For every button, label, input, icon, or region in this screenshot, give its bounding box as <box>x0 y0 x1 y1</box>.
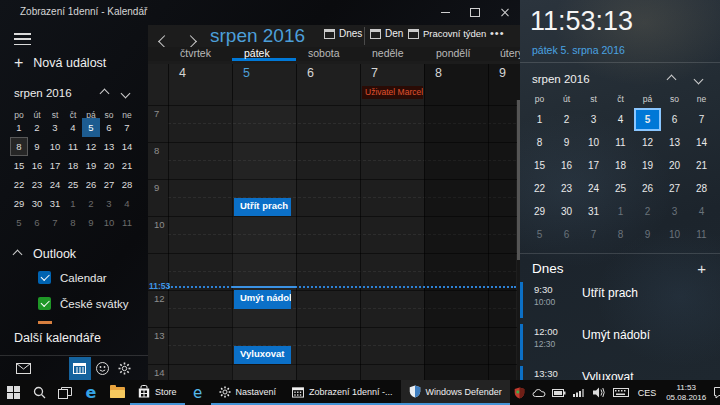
edge-button[interactable] <box>78 380 104 405</box>
mini-calendar-day[interactable]: 2 <box>28 118 46 137</box>
mini-calendar-day[interactable]: 4 <box>64 118 82 137</box>
flyout-calendar-day[interactable]: 7 <box>580 223 607 246</box>
mini-calendar-day[interactable]: 25 <box>64 175 82 194</box>
mini-calendar-day[interactable]: 19 <box>82 156 100 175</box>
mini-calendar-day[interactable]: 4 <box>118 194 136 213</box>
flyout-prev-month-button[interactable] <box>658 70 685 88</box>
agenda-event[interactable]: 12:00 12:30 Umýt nádobí <box>520 324 720 360</box>
agenda-event[interactable]: 9:30 10:00 Utřít prach <box>520 282 720 318</box>
flyout-calendar-day[interactable]: 3 <box>661 200 688 223</box>
flyout-calendar-day[interactable]: 18 <box>607 154 634 177</box>
mini-calendar-day[interactable]: 13 <box>100 137 118 156</box>
taskbar-settings-app[interactable]: Nastavení <box>211 380 285 405</box>
flyout-calendar-day[interactable]: 31 <box>580 200 607 223</box>
titlebar[interactable]: Zobrazení 1denní - Kalendář <box>0 0 520 25</box>
flyout-calendar-day[interactable]: 14 <box>688 131 715 154</box>
flyout-calendar-day[interactable]: 12 <box>634 131 661 154</box>
flyout-calendar-day[interactable]: 9 <box>634 223 661 246</box>
date-cell[interactable]: 6 <box>296 64 360 100</box>
date-cell[interactable]: 7 Uživatel Marcela <box>360 64 424 100</box>
calendar-event[interactable]: Utřít prach <box>234 198 291 217</box>
maximize-button[interactable] <box>460 0 490 25</box>
add-event-button[interactable] <box>693 260 710 277</box>
calendar-nav-button[interactable] <box>69 357 92 380</box>
date-cell[interactable]: 4 <box>168 64 232 100</box>
mini-calendar-day[interactable]: 9 <box>28 137 46 156</box>
all-day-event[interactable]: Uživatel Marcela <box>362 86 423 99</box>
taskbar-calendar-app[interactable]: Zobrazení 1denní -... <box>284 380 401 405</box>
flyout-calendar-day[interactable]: 10 <box>580 131 607 154</box>
mini-calendar-day[interactable]: 8 <box>10 137 28 156</box>
mini-calendar-day[interactable]: 10 <box>46 137 64 156</box>
flyout-calendar-day[interactable]: 25 <box>607 177 634 200</box>
flyout-calendar-day[interactable]: 29 <box>526 200 553 223</box>
flyout-calendar-day[interactable]: 11 <box>607 131 634 154</box>
onedrive-tray-button[interactable] <box>530 380 549 405</box>
mini-calendar-day[interactable]: 22 <box>10 175 28 194</box>
flyout-calendar-day[interactable]: 1 <box>526 108 553 131</box>
flyout-calendar-day[interactable]: 8 <box>607 223 634 246</box>
start-button[interactable] <box>0 380 26 405</box>
mini-calendar-day[interactable]: 7 <box>118 118 136 137</box>
checkbox-checked-icon[interactable] <box>38 297 51 310</box>
flyout-calendar-day[interactable]: 4 <box>607 108 634 131</box>
flyout-calendar-day[interactable]: 1 <box>607 200 634 223</box>
mini-calendar-day[interactable]: 11 <box>64 137 82 156</box>
time-grid[interactable]: 7 8 9 10 12 13 14 <box>148 100 520 380</box>
new-event-button[interactable]: Nová událost <box>14 55 106 71</box>
flyout-calendar-day[interactable]: 22 <box>526 177 553 200</box>
mini-calendar-day[interactable]: 6 <box>28 213 46 232</box>
network-tray-button[interactable] <box>570 380 589 405</box>
flyout-calendar-day[interactable]: 10 <box>661 223 688 246</box>
mini-calendar-day[interactable]: 7 <box>46 213 64 232</box>
minimize-button[interactable] <box>430 0 460 25</box>
mini-calendar-day[interactable]: 11 <box>118 213 136 232</box>
flyout-calendar-day[interactable]: 28 <box>688 177 715 200</box>
flyout-calendar-day[interactable]: 2 <box>634 200 661 223</box>
taskbar-clock[interactable]: 11:53 05.08.2016 <box>662 383 710 403</box>
defender-tray-button[interactable] <box>510 380 529 405</box>
mini-calendar-day[interactable]: 18 <box>64 156 82 175</box>
mini-calendar-day[interactable]: 5 <box>10 213 28 232</box>
day-name[interactable]: pátek <box>232 47 296 61</box>
action-center-button[interactable] <box>711 380 720 405</box>
flyout-calendar-day[interactable]: 13 <box>661 131 688 154</box>
flyout-calendar-day[interactable]: 11 <box>688 223 715 246</box>
flyout-calendar-day[interactable]: 15 <box>526 154 553 177</box>
mini-calendar-day[interactable]: 5 <box>82 118 100 137</box>
today-button[interactable]: Dnes <box>324 28 362 39</box>
flyout-calendar-day[interactable]: 2 <box>553 108 580 131</box>
flyout-calendar-day[interactable]: 5 <box>526 223 553 246</box>
flyout-calendar-day[interactable]: 23 <box>553 177 580 200</box>
mini-calendar-day[interactable]: 3 <box>100 194 118 213</box>
mini-calendar-day[interactable]: 3 <box>46 118 64 137</box>
mini-calendar-day[interactable]: 21 <box>118 156 136 175</box>
mini-calendar-day[interactable]: 27 <box>100 175 118 194</box>
calendar-event[interactable]: Vyluxovat <box>234 346 291 365</box>
flyout-calendar-day[interactable]: 7 <box>688 108 715 131</box>
flyout-calendar-day[interactable]: 3 <box>580 108 607 131</box>
more-options-button[interactable] <box>490 27 505 39</box>
mini-calendar-day[interactable]: 1 <box>64 194 82 213</box>
day-name[interactable]: neděle <box>360 47 424 61</box>
calendar-event[interactable]: Umýt nádobí <box>234 290 291 309</box>
mini-calendar-day[interactable]: 15 <box>10 156 28 175</box>
mini-calendar-day[interactable]: 28 <box>118 175 136 194</box>
mini-calendar-day[interactable]: 9 <box>82 213 100 232</box>
work-week-button[interactable]: Pracovní týden <box>408 28 486 39</box>
day-name[interactable]: čtvrtek <box>168 47 232 61</box>
flyout-calendar-day[interactable]: 30 <box>553 200 580 223</box>
holidays-checkbox-row[interactable]: České svátky <box>38 297 128 310</box>
outlook-section-toggle[interactable]: Outlook <box>14 247 76 261</box>
feedback-button[interactable] <box>91 357 114 380</box>
flyout-calendar-day[interactable]: 17 <box>580 154 607 177</box>
mini-calendar-day[interactable]: 16 <box>28 156 46 175</box>
mini-calendar-day[interactable]: 30 <box>28 194 46 213</box>
taskbar-store-app[interactable]: Store <box>130 380 185 405</box>
mini-calendar-day[interactable]: 20 <box>100 156 118 175</box>
file-explorer-button[interactable] <box>104 380 130 405</box>
day-view-button[interactable]: Den <box>370 28 403 39</box>
mini-calendar-day[interactable]: 2 <box>82 194 100 213</box>
language-indicator[interactable]: CES <box>633 388 662 398</box>
mini-calendar-day[interactable]: 26 <box>82 175 100 194</box>
